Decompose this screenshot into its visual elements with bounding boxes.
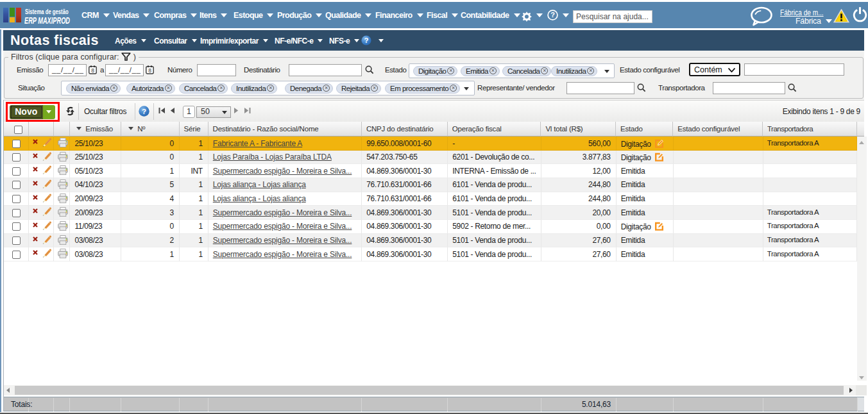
svg-text:8: 8 <box>148 67 151 74</box>
svg-text:?: ? <box>364 37 369 44</box>
svg-text:?: ? <box>142 108 146 115</box>
svg-text:?: ? <box>550 11 555 19</box>
svg-text:8: 8 <box>91 67 94 74</box>
